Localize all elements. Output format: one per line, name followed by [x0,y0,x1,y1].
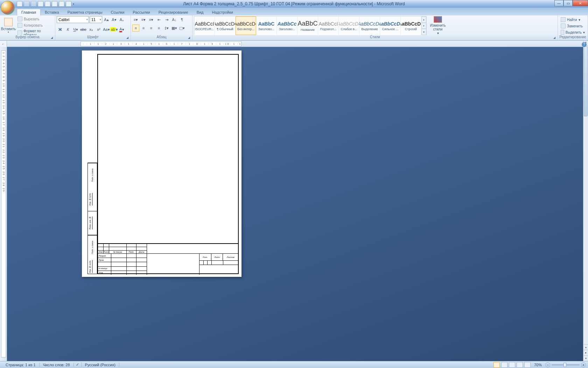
prev-page-button[interactable]: ▴ [583,344,588,350]
language-status[interactable]: Русский (Россия) [82,363,119,367]
tab-addins[interactable]: Надстройки [208,9,237,15]
style-item[interactable]: AaBbCНазвание [298,16,318,35]
left-ruler-strip: 1 2 3 4 5 6 7 8 9 10 11 12 13 14 15 16 1… [0,47,7,361]
qat-item[interactable] [45,1,50,7]
style-item[interactable]: AaBbCcDc¶ Обычный [215,16,236,35]
style-item[interactable]: AaBbCcIПодзагол... [318,16,339,35]
web-layout-view[interactable] [509,362,515,368]
find-button[interactable]: Найти ▾ [559,17,586,22]
clear-format-button[interactable]: Aₓ [118,16,125,23]
new-icon[interactable] [59,1,64,7]
select-icon [561,30,564,35]
tab-mail[interactable]: Рассылки [128,9,154,15]
close-button[interactable]: ✕ [573,0,588,6]
browse-object-button[interactable]: ● [583,350,588,355]
shading-button[interactable]: ▦▾ [171,25,178,32]
full-reading-view[interactable] [501,362,507,368]
print-layout-view[interactable] [493,362,500,368]
style-scroll[interactable]: ▴▾▼ [421,16,426,35]
align-center-button[interactable]: ≡ [140,25,147,32]
spell-check-icon[interactable]: ✓ [74,362,82,367]
font-launcher[interactable]: ◢ [126,36,130,40]
style-item[interactable]: AaBbCcDcСильное ... [380,16,401,35]
show-marks-button[interactable]: ¶ [178,16,186,23]
word-count[interactable]: Число слов: 28 [40,363,74,367]
font-color-button[interactable]: A▾ [118,26,125,33]
page[interactable]: Подп. и дата Инв. № дубл. Взам. инв. № П… [82,50,241,277]
vertical-ruler[interactable]: 1 2 3 4 5 6 7 8 9 10 11 12 13 14 15 16 1… [1,50,6,357]
font-name-combo[interactable]: Calibri▾ [57,16,89,23]
align-right-button[interactable]: ≡ [148,25,155,32]
subscript-button[interactable]: x₂ [88,26,94,33]
office-button[interactable] [1,1,15,15]
zoom-out-button[interactable]: − [545,362,550,367]
italic-button[interactable]: К [64,26,71,33]
next-page-button[interactable]: ▾ [583,355,588,361]
save-icon[interactable] [17,1,22,7]
outdent-button[interactable]: ⇤ [155,16,162,23]
zoom-slider[interactable] [552,364,580,366]
styles-gallery[interactable]: AaBbCcIISOCPEUR... AaBbCcDc¶ Обычный AaB… [194,16,427,35]
group-paragraph: ≡▾ ≡▾ ≡▾ ⇤ ⇥ A↓ ¶ ≡ ≡ ≡ ≡ ‡▾ ▦▾ ▢▾ Абзац… [131,15,192,40]
replace-button[interactable]: Заменить [559,23,586,29]
undo-icon[interactable] [24,1,29,7]
indent-button[interactable]: ⇥ [163,16,170,23]
grow-font-button[interactable]: A▴ [103,16,110,23]
paste-button[interactable]: Вставить ▾ [1,16,15,35]
tab-home[interactable]: Главная [17,9,41,15]
styles-launcher[interactable]: ◢ [553,36,557,40]
help-icon[interactable]: ? [582,42,587,47]
change-case-button[interactable]: Aa▾ [103,26,110,33]
draft-view[interactable] [524,362,531,368]
qat-more-icon[interactable]: ▾ [73,2,74,6]
style-item[interactable]: AaBbCcЗаголово... [277,16,298,35]
shrink-font-button[interactable]: A▾ [111,16,118,23]
style-item[interactable]: AaBbCЗаголово... [256,16,277,35]
tab-review[interactable]: Рецензирование [154,9,192,15]
style-item[interactable]: AaBbCcDcБез интер... [236,16,256,35]
maximize-button[interactable]: ▭ [564,0,573,6]
change-styles-button[interactable]: Изменить стили▾ [428,16,448,35]
font-size-combo[interactable]: 11▾ [90,16,102,23]
select-button[interactable]: Выделить ▾ [559,29,586,35]
page-status[interactable]: Страница: 1 из 1 [2,363,40,367]
copy-button: Копировать [17,22,54,28]
tab-selector[interactable]: ⌐ [0,41,7,47]
align-left-button[interactable]: ≡ [132,25,139,32]
ribbon-tabs: Главная Вставка Разметка страницы Ссылки… [0,8,588,15]
style-item[interactable]: AaBbCcIISOCPEUR... [194,16,215,35]
multilevel-button[interactable]: ≡▾ [148,16,155,23]
scroll-thumb[interactable] [584,46,588,116]
line-spacing-button[interactable]: ‡▾ [163,25,170,32]
zoom-in-button[interactable]: + [581,362,586,367]
title-bar: ▾ Лист А4 Форма 2 толщина_2.5_0.75 Шрифт… [0,0,588,8]
superscript-button[interactable]: x² [95,26,102,33]
style-item[interactable]: AaBbCcDcСлабое в... [339,16,359,35]
zoom-label[interactable]: 70% [534,363,542,367]
sort-button[interactable]: A↓ [171,16,178,23]
justify-button[interactable]: ≡ [155,25,162,32]
qat-item[interactable] [52,1,57,7]
bullets-button[interactable]: ≡▾ [132,16,139,23]
qat-item[interactable] [66,1,71,7]
vertical-scrollbar[interactable]: ▴ ▴ ● ▾ [583,41,588,361]
tab-view[interactable]: Вид [192,9,208,15]
tab-layout[interactable]: Разметка страницы [63,9,107,15]
para-launcher[interactable]: ◢ [188,36,191,40]
clipboard-launcher[interactable]: ◢ [51,36,54,40]
bold-button[interactable]: Ж [57,26,64,33]
style-item[interactable]: AaBbCcDcВыделение [359,16,380,35]
tab-insert[interactable]: Вставка [41,9,63,15]
minimize-button[interactable]: — [554,0,564,6]
numbering-button[interactable]: ≡▾ [140,16,147,23]
qat-item[interactable] [38,1,43,7]
tab-refs[interactable]: Ссылки [107,9,129,15]
borders-button[interactable]: ▢▾ [178,25,186,32]
redo-icon[interactable] [31,1,36,7]
strike-button[interactable]: abc [80,26,87,33]
underline-button[interactable]: Ч▾ [72,26,79,33]
outline-view[interactable] [517,362,523,368]
style-item[interactable]: AaBbCcDcСтрогий [401,16,421,35]
highlight-button[interactable]: ab▾ [111,26,118,33]
horizontal-ruler[interactable]: · · 1 · 1 · 2 · 1 · 3 · 1 · 4 · 1 · 5 · … [80,41,241,46]
